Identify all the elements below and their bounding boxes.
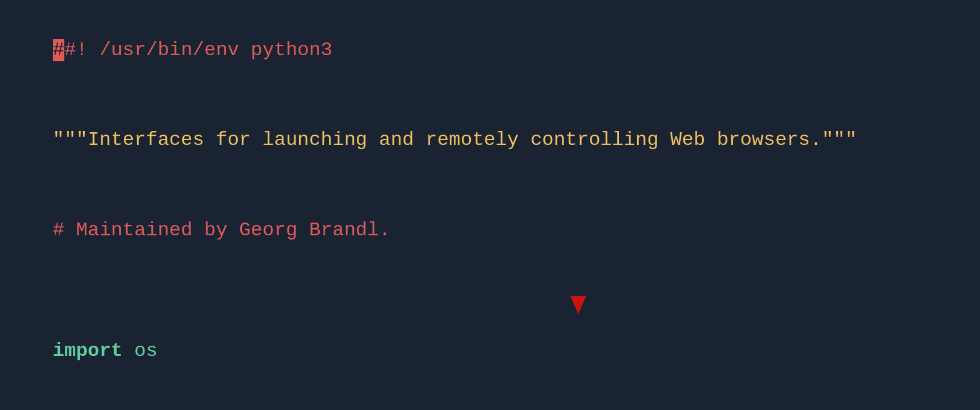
line-import-shlex: import shlex bbox=[0, 396, 980, 410]
code-editor: ##! /usr/bin/env python3 """Interfaces f… bbox=[0, 0, 980, 410]
red-arrow-cursor bbox=[570, 296, 586, 314]
line-comment: # Maintained by Georg Brandl. bbox=[0, 186, 980, 276]
docstring-text: """Interfaces for launching and remotely… bbox=[53, 129, 857, 151]
line-shebang: ##! /usr/bin/env python3 bbox=[0, 5, 980, 95]
line-blank-1 bbox=[0, 275, 980, 306]
line-docstring: """Interfaces for launching and remotely… bbox=[0, 95, 980, 186]
comment-text: # Maintained by Georg Brandl. bbox=[53, 219, 391, 241]
module-os: os bbox=[123, 340, 158, 362]
shebang-hash-bg: # bbox=[53, 39, 64, 61]
shebang-text: #! /usr/bin/env python3 bbox=[64, 39, 333, 61]
line-import-os: import os bbox=[0, 306, 980, 396]
keyword-import-os: import bbox=[53, 340, 123, 362]
